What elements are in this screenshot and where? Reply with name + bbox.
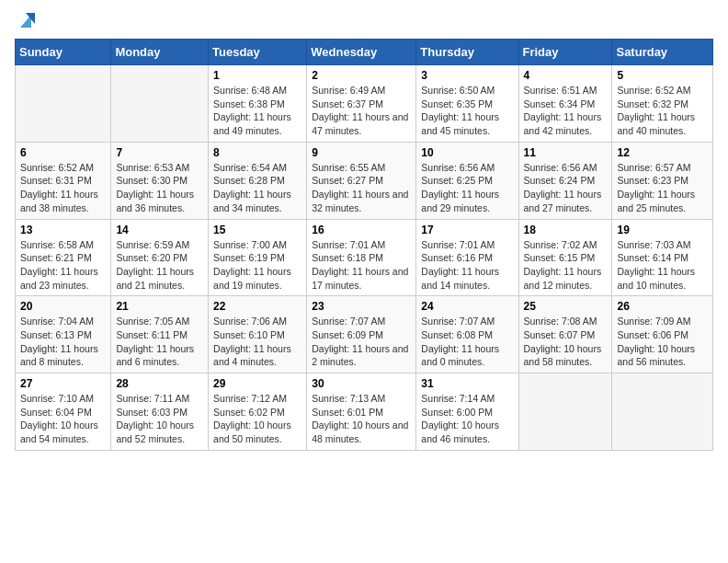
day-info: Sunrise: 6:55 AMSunset: 6:27 PMDaylight:… xyxy=(312,161,411,215)
day-number: 29 xyxy=(213,377,301,390)
day-number: 22 xyxy=(213,300,301,313)
day-cell: 11Sunrise: 6:56 AMSunset: 6:24 PMDayligh… xyxy=(518,142,612,219)
day-info: Sunrise: 6:54 AMSunset: 6:28 PMDaylight:… xyxy=(213,161,301,215)
col-header-friday: Friday xyxy=(518,40,612,65)
day-number: 13 xyxy=(20,224,106,236)
day-number: 25 xyxy=(524,300,608,313)
day-number: 3 xyxy=(421,69,513,82)
day-number: 27 xyxy=(20,377,106,390)
day-number: 7 xyxy=(116,146,203,159)
day-number: 12 xyxy=(617,146,708,159)
day-info: Sunrise: 6:58 AMSunset: 6:21 PMDaylight:… xyxy=(20,238,106,293)
day-number: 15 xyxy=(213,224,301,236)
day-number: 17 xyxy=(421,224,513,236)
day-number: 8 xyxy=(213,146,301,159)
day-cell: 24Sunrise: 7:07 AMSunset: 6:08 PMDayligh… xyxy=(416,296,518,373)
day-info: Sunrise: 7:11 AMSunset: 6:03 PMDaylight:… xyxy=(116,392,203,446)
day-cell: 6Sunrise: 6:52 AMSunset: 6:31 PMDaylight… xyxy=(16,142,111,219)
day-number: 30 xyxy=(312,377,411,390)
day-info: Sunrise: 7:07 AMSunset: 6:08 PMDaylight:… xyxy=(421,315,513,369)
page-header xyxy=(15,15,713,29)
day-cell: 26Sunrise: 7:09 AMSunset: 6:06 PMDayligh… xyxy=(612,296,713,373)
day-cell: 15Sunrise: 7:00 AMSunset: 6:19 PMDayligh… xyxy=(209,219,307,296)
day-info: Sunrise: 6:57 AMSunset: 6:23 PMDaylight:… xyxy=(617,161,708,215)
day-cell: 16Sunrise: 7:01 AMSunset: 6:18 PMDayligh… xyxy=(307,219,416,296)
day-info: Sunrise: 6:48 AMSunset: 6:38 PMDaylight:… xyxy=(213,84,301,138)
day-info: Sunrise: 6:50 AMSunset: 6:35 PMDaylight:… xyxy=(421,84,513,138)
day-info: Sunrise: 6:56 AMSunset: 6:24 PMDaylight:… xyxy=(524,161,608,215)
day-info: Sunrise: 7:03 AMSunset: 6:14 PMDaylight:… xyxy=(617,238,708,293)
day-cell: 4Sunrise: 6:51 AMSunset: 6:34 PMDaylight… xyxy=(518,65,612,143)
day-info: Sunrise: 6:53 AMSunset: 6:30 PMDaylight:… xyxy=(116,161,203,215)
day-info: Sunrise: 7:07 AMSunset: 6:09 PMDaylight:… xyxy=(312,315,411,369)
day-number: 6 xyxy=(20,146,106,159)
day-cell: 29Sunrise: 7:12 AMSunset: 6:02 PMDayligh… xyxy=(209,373,307,451)
day-info: Sunrise: 7:12 AMSunset: 6:02 PMDaylight:… xyxy=(213,392,301,446)
day-number: 18 xyxy=(524,224,608,236)
day-cell xyxy=(16,65,111,143)
day-cell xyxy=(111,65,209,143)
day-cell: 2Sunrise: 6:49 AMSunset: 6:37 PMDaylight… xyxy=(307,65,416,143)
day-number: 19 xyxy=(617,224,708,236)
day-info: Sunrise: 7:06 AMSunset: 6:10 PMDaylight:… xyxy=(213,315,301,369)
day-info: Sunrise: 6:52 AMSunset: 6:32 PMDaylight:… xyxy=(617,84,708,138)
day-number: 31 xyxy=(421,377,513,390)
day-cell: 14Sunrise: 6:59 AMSunset: 6:20 PMDayligh… xyxy=(111,219,209,296)
day-info: Sunrise: 7:04 AMSunset: 6:13 PMDaylight:… xyxy=(20,315,106,369)
day-cell: 21Sunrise: 7:05 AMSunset: 6:11 PMDayligh… xyxy=(111,296,209,373)
day-info: Sunrise: 6:59 AMSunset: 6:20 PMDaylight:… xyxy=(116,238,203,293)
col-header-tuesday: Tuesday xyxy=(209,40,307,65)
day-number: 5 xyxy=(617,69,708,82)
week-row-3: 13Sunrise: 6:58 AMSunset: 6:21 PMDayligh… xyxy=(16,219,713,296)
day-number: 26 xyxy=(617,300,708,313)
day-cell: 31Sunrise: 7:14 AMSunset: 6:00 PMDayligh… xyxy=(416,373,518,451)
week-row-4: 20Sunrise: 7:04 AMSunset: 6:13 PMDayligh… xyxy=(16,296,713,373)
day-info: Sunrise: 7:14 AMSunset: 6:00 PMDaylight:… xyxy=(421,392,513,446)
day-info: Sunrise: 7:13 AMSunset: 6:01 PMDaylight:… xyxy=(312,392,411,446)
day-info: Sunrise: 7:10 AMSunset: 6:04 PMDaylight:… xyxy=(20,392,106,446)
day-info: Sunrise: 7:08 AMSunset: 6:07 PMDaylight:… xyxy=(524,315,608,369)
col-header-saturday: Saturday xyxy=(612,40,713,65)
day-number: 11 xyxy=(524,146,608,159)
day-cell: 25Sunrise: 7:08 AMSunset: 6:07 PMDayligh… xyxy=(518,296,612,373)
col-header-thursday: Thursday xyxy=(416,40,518,65)
day-info: Sunrise: 6:51 AMSunset: 6:34 PMDaylight:… xyxy=(524,84,608,138)
day-number: 1 xyxy=(213,69,301,82)
day-cell: 10Sunrise: 6:56 AMSunset: 6:25 PMDayligh… xyxy=(416,142,518,219)
day-cell: 9Sunrise: 6:55 AMSunset: 6:27 PMDaylight… xyxy=(307,142,416,219)
day-number: 24 xyxy=(421,300,513,313)
header-row: SundayMondayTuesdayWednesdayThursdayFrid… xyxy=(16,40,713,65)
week-row-5: 27Sunrise: 7:10 AMSunset: 6:04 PMDayligh… xyxy=(16,373,713,451)
day-cell: 28Sunrise: 7:11 AMSunset: 6:03 PMDayligh… xyxy=(111,373,209,451)
day-info: Sunrise: 6:56 AMSunset: 6:25 PMDaylight:… xyxy=(421,161,513,215)
day-cell: 12Sunrise: 6:57 AMSunset: 6:23 PMDayligh… xyxy=(612,142,713,219)
day-info: Sunrise: 7:05 AMSunset: 6:11 PMDaylight:… xyxy=(116,315,203,369)
day-number: 23 xyxy=(312,300,411,313)
logo-arrow-icon xyxy=(17,11,35,29)
day-info: Sunrise: 7:01 AMSunset: 6:16 PMDaylight:… xyxy=(421,238,513,293)
logo xyxy=(15,15,35,29)
day-cell: 17Sunrise: 7:01 AMSunset: 6:16 PMDayligh… xyxy=(416,219,518,296)
col-header-wednesday: Wednesday xyxy=(307,40,416,65)
day-info: Sunrise: 7:01 AMSunset: 6:18 PMDaylight:… xyxy=(312,238,411,293)
day-cell: 22Sunrise: 7:06 AMSunset: 6:10 PMDayligh… xyxy=(209,296,307,373)
day-info: Sunrise: 6:52 AMSunset: 6:31 PMDaylight:… xyxy=(20,161,106,215)
day-number: 21 xyxy=(116,300,203,313)
day-info: Sunrise: 6:49 AMSunset: 6:37 PMDaylight:… xyxy=(312,84,411,138)
day-number: 16 xyxy=(312,224,411,236)
day-info: Sunrise: 7:00 AMSunset: 6:19 PMDaylight:… xyxy=(213,238,301,293)
day-cell: 20Sunrise: 7:04 AMSunset: 6:13 PMDayligh… xyxy=(16,296,111,373)
day-cell: 18Sunrise: 7:02 AMSunset: 6:15 PMDayligh… xyxy=(518,219,612,296)
col-header-monday: Monday xyxy=(111,40,209,65)
day-number: 2 xyxy=(312,69,411,82)
col-header-sunday: Sunday xyxy=(16,40,111,65)
day-cell: 13Sunrise: 6:58 AMSunset: 6:21 PMDayligh… xyxy=(16,219,111,296)
day-cell: 30Sunrise: 7:13 AMSunset: 6:01 PMDayligh… xyxy=(307,373,416,451)
day-number: 14 xyxy=(116,224,203,236)
day-number: 28 xyxy=(116,377,203,390)
day-cell xyxy=(518,373,612,451)
day-cell: 27Sunrise: 7:10 AMSunset: 6:04 PMDayligh… xyxy=(16,373,111,451)
day-cell: 5Sunrise: 6:52 AMSunset: 6:32 PMDaylight… xyxy=(612,65,713,143)
day-info: Sunrise: 7:02 AMSunset: 6:15 PMDaylight:… xyxy=(524,238,608,293)
day-cell: 8Sunrise: 6:54 AMSunset: 6:28 PMDaylight… xyxy=(209,142,307,219)
